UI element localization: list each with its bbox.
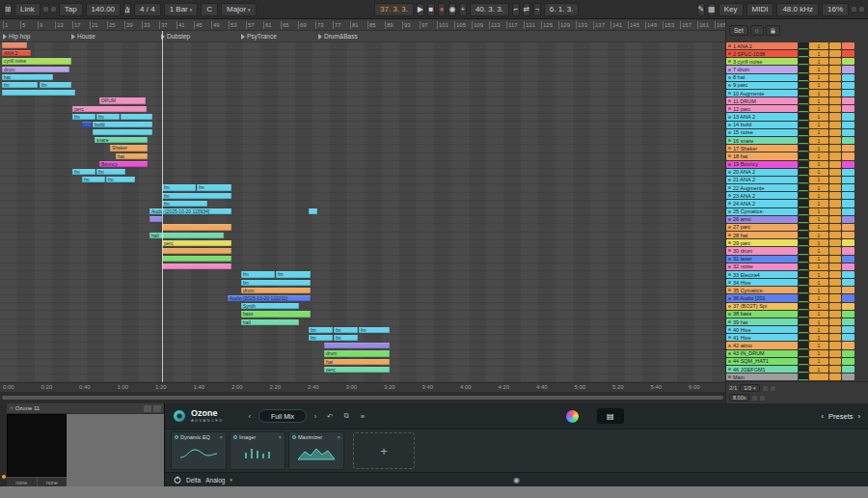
track-row[interactable]: 20 ANA 21 xyxy=(726,169,863,176)
track-name[interactable]: 29 parc xyxy=(726,239,798,246)
clip[interactable]: fm xyxy=(96,114,120,120)
clip[interactable] xyxy=(324,343,390,348)
clip[interactable]: bass xyxy=(241,311,311,317)
clip[interactable]: hall xyxy=(241,319,299,325)
metronome-icon[interactable] xyxy=(123,3,131,16)
track-name[interactable]: 14 build xyxy=(726,122,798,128)
presets-panel-toggle[interactable]: ‹ Presets › xyxy=(822,412,860,421)
track-pan-box[interactable] xyxy=(829,192,841,199)
track-row[interactable]: 39 hat1 xyxy=(726,318,863,325)
track-activator-icon[interactable] xyxy=(728,320,731,323)
track-name[interactable]: 24 ANA 2 xyxy=(726,200,798,207)
clip[interactable]: hall xyxy=(149,233,224,238)
track-row[interactable]: 13 ANA 21 xyxy=(726,113,863,120)
clip[interactable]: fm xyxy=(82,177,105,182)
track-pan-box[interactable] xyxy=(829,145,841,152)
track-volume-box[interactable]: 1 xyxy=(809,161,828,168)
track-name[interactable]: 40 Hive xyxy=(726,326,798,333)
arrangement-lane[interactable]: build xyxy=(0,122,725,129)
clip[interactable]: snare xyxy=(95,137,148,143)
track-pan-box[interactable] xyxy=(829,287,841,293)
track-activator-icon[interactable] xyxy=(728,139,731,142)
clip[interactable]: build xyxy=(93,122,152,127)
clip[interactable]: drum xyxy=(2,67,69,72)
track-volume-box[interactable]: 1 xyxy=(809,256,828,263)
track-activator-icon[interactable] xyxy=(728,297,731,300)
clip[interactable]: Synth xyxy=(241,303,299,309)
track-volume-box[interactable]: 1 xyxy=(809,42,828,49)
track-name[interactable]: 30 drum xyxy=(726,247,798,254)
track-row[interactable]: 2 SPLC-10381 xyxy=(726,50,863,57)
clip[interactable]: ANA 2 xyxy=(2,50,31,56)
arrangement-lane[interactable] xyxy=(0,129,725,137)
track-pan-box[interactable] xyxy=(829,326,841,333)
track-activator-icon[interactable] xyxy=(728,76,731,79)
track-row[interactable]: 10 Augmente1 xyxy=(726,90,863,97)
arrangement-lane[interactable]: Synth xyxy=(0,303,725,311)
monitor-icon[interactable]: ◉ xyxy=(513,476,520,484)
track-pan-box[interactable] xyxy=(829,366,841,373)
clip[interactable]: perc xyxy=(162,240,231,246)
track-activator-icon[interactable] xyxy=(728,281,731,284)
history-menu-icon[interactable]: ≡ xyxy=(357,412,368,421)
track-name[interactable]: Main xyxy=(726,374,798,380)
track-volume-box[interactable]: 1 xyxy=(809,145,828,152)
track-volume-box[interactable]: 1 xyxy=(809,105,828,112)
track-row[interactable]: 18 hat1 xyxy=(726,152,863,159)
horizontal-scrollbar[interactable] xyxy=(0,392,725,403)
loop-start-field[interactable]: 40. 3. 3. xyxy=(470,3,509,16)
track-name[interactable]: 38 bass xyxy=(726,311,798,318)
track-volume-box[interactable]: 1 xyxy=(809,137,828,144)
key-root-menu[interactable]: C xyxy=(201,3,218,16)
playhead[interactable] xyxy=(162,31,163,382)
mode-caret-icon[interactable]: ▾ xyxy=(230,477,232,483)
track-activator-icon[interactable] xyxy=(728,84,731,87)
arrangement-lane[interactable]: perc xyxy=(0,106,725,114)
track-row[interactable]: 35 Cymatics-1 xyxy=(726,287,863,293)
track-name[interactable]: 11 DRUM xyxy=(726,97,798,104)
track-name[interactable]: 26 arno xyxy=(726,216,798,223)
clip[interactable]: drum xyxy=(324,350,390,356)
time-signature-field[interactable]: 4 / 4 xyxy=(134,3,161,16)
arrangement-lane[interactable]: snare xyxy=(0,137,725,145)
track-volume-box[interactable]: 1 xyxy=(809,318,828,325)
track-pan-box[interactable] xyxy=(829,90,841,97)
locator-hip-hop[interactable]: Hip hop xyxy=(3,33,30,40)
arrangement-lane[interactable]: hat xyxy=(0,153,725,161)
track-pan-box[interactable] xyxy=(829,239,841,246)
clip[interactable] xyxy=(309,208,317,214)
track-row[interactable]: 29 parc1 xyxy=(726,239,863,246)
track-pan-box[interactable] xyxy=(829,97,841,104)
track-row[interactable]: 7 drum1 xyxy=(726,66,863,72)
track-row[interactable]: 25 Cymatics-1 xyxy=(726,208,863,215)
track-volume-box[interactable]: 1 xyxy=(809,342,828,348)
arrangement-lane[interactable]: drum xyxy=(0,67,725,74)
track-volume-box[interactable]: 1 xyxy=(809,350,828,357)
quantization-menu[interactable]: 1 Bar▾ xyxy=(164,3,199,16)
track-row[interactable]: 38 bass1 xyxy=(726,311,863,318)
track-volume-box[interactable]: 1 xyxy=(809,216,828,223)
clip[interactable]: fm xyxy=(309,327,333,333)
track-activator-icon[interactable] xyxy=(728,241,731,244)
arrangement-lane[interactable]: fmfm xyxy=(0,177,725,184)
foot-toggle-c[interactable] xyxy=(752,396,757,401)
track-activator-icon[interactable] xyxy=(728,210,731,213)
module-maximizer[interactable]: Maximizer× xyxy=(288,431,344,470)
module-dynamic-eq[interactable]: Dynamic EQ× xyxy=(171,431,227,470)
clip[interactable]: fm xyxy=(2,82,38,88)
arrangement-lane[interactable]: Audio [2025-10-20 122211] xyxy=(0,295,725,303)
arrangement-lane[interactable]: drum xyxy=(0,350,725,358)
track-row[interactable]: 33 Electra41 xyxy=(726,271,863,278)
track-pan-box[interactable] xyxy=(829,169,841,176)
arrangement-lane[interactable] xyxy=(0,216,725,224)
arrangement-lane[interactable]: fmfm xyxy=(0,184,725,192)
arrangement-lane[interactable]: fmfmfm xyxy=(0,327,725,335)
clip[interactable]: fm xyxy=(334,335,358,341)
track-pan-box[interactable] xyxy=(829,216,841,223)
track-row[interactable]: 27 parc1 xyxy=(726,224,863,231)
track-activator-icon[interactable] xyxy=(728,345,731,347)
punch-in-icon[interactable]: ⌐ xyxy=(512,3,520,16)
track-pan-box[interactable] xyxy=(829,294,841,301)
track-name[interactable]: 34 Hive xyxy=(726,279,798,286)
track-pan-box[interactable] xyxy=(829,232,841,238)
